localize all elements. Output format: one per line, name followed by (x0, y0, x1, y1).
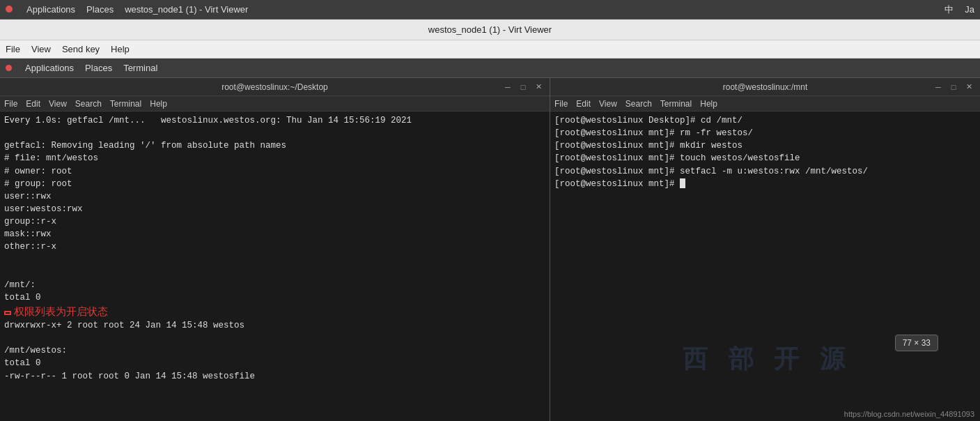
left-term-title-bar: root@westoslinux:~/Desktop ─ □ ✕ (0, 78, 550, 96)
left-line-blank2 (4, 332, 545, 344)
left-line-total: total 0 (4, 291, 545, 304)
right-line-4: [root@westoslinux mnt]# touch westos/wes… (554, 152, 976, 164)
inner-red-dot (6, 63, 14, 73)
right-line-1: [root@westoslinux Desktop]# cd /mnt/ (554, 114, 976, 127)
right-line-2: [root@westoslinux mnt]# rm -fr westos/ (554, 127, 976, 139)
left-line-10: mask::rwx (4, 228, 545, 240)
left-term-menu-edit[interactable]: Edit (26, 99, 40, 109)
annotation-text: 权限列表为开启状态 (14, 305, 108, 317)
left-line-2 (4, 127, 545, 139)
right-term-minimize[interactable]: ─ (933, 82, 944, 93)
right-term-menu-search[interactable]: Search (625, 99, 652, 109)
annotation-box (4, 311, 11, 315)
left-line-6: # group: root (4, 178, 545, 190)
left-term-minimize[interactable]: ─ (502, 82, 513, 93)
right-term-menu-edit[interactable]: Edit (576, 99, 591, 109)
system-red-dot (6, 4, 15, 15)
virt-menu-sendkey[interactable]: Send key (62, 44, 100, 54)
right-line-6: [root@westoslinux mnt]# (554, 178, 976, 190)
right-term-menu-terminal[interactable]: Terminal (660, 99, 692, 109)
left-line-5: # owner: root (4, 165, 545, 178)
right-term-menu-bar: File Edit View Search Terminal Help (550, 96, 980, 112)
left-term-menu-terminal[interactable]: Terminal (110, 99, 141, 109)
left-term-menu-search[interactable]: Search (75, 99, 102, 109)
right-line-3: [root@westoslinux mnt]# mkdir westos (554, 139, 976, 152)
inner-places[interactable]: Places (85, 63, 112, 73)
left-term-title: root@westoslinux:~/Desktop (47, 82, 502, 92)
right-term-close[interactable]: ✕ (963, 82, 974, 93)
system-applications[interactable]: Applications (26, 4, 75, 15)
left-term-close[interactable]: ✕ (533, 82, 544, 93)
left-line-mnt: /mnt/: (4, 279, 545, 291)
left-term-content[interactable]: Every 1.0s: getfacl /mnt... westoslinux.… (0, 112, 550, 421)
terminal-right: root@westoslinux:/mnt ─ □ ✕ File Edit Vi… (550, 78, 980, 421)
system-lang-ja: Ja (965, 4, 974, 15)
virt-menu-view[interactable]: View (31, 44, 51, 54)
left-line-total2: total 0 (4, 357, 545, 369)
system-bar: Applications Places westos_node1 (1) - V… (0, 0, 980, 20)
left-line-9: group::r-x (4, 215, 545, 228)
left-term-menu-file[interactable]: File (4, 99, 17, 109)
left-line-11: other::r-x (4, 240, 545, 253)
right-term-content[interactable]: [root@westoslinux Desktop]# cd /mnt/ [ro… (550, 112, 980, 421)
cursor (680, 178, 685, 188)
left-line-12 (4, 253, 545, 266)
virt-menu-file[interactable]: File (6, 44, 20, 54)
left-term-menu-view[interactable]: View (49, 99, 67, 109)
system-bar-left: Applications Places westos_node1 (1) - V… (6, 4, 248, 15)
left-term-maximize[interactable]: □ (518, 82, 529, 93)
left-line-1: Every 1.0s: getfacl /mnt... westoslinux.… (4, 114, 545, 127)
system-char-zh: 中 (944, 3, 954, 16)
system-places[interactable]: Places (86, 4, 114, 15)
virt-viewer-menu-bar: File View Send key Help (0, 40, 980, 59)
terminal-left: root@westoslinux:~/Desktop ─ □ ✕ File Ed… (0, 78, 550, 421)
size-indicator: 77 × 33 (895, 335, 938, 351)
left-line-8: user:westos:rwx (4, 203, 545, 215)
right-term-maximize[interactable]: □ (948, 82, 959, 93)
inner-applications[interactable]: Applications (25, 63, 74, 73)
left-line-drwx: 权限列表为开启状态 (4, 304, 545, 319)
system-viewer-title: westos_node1 (1) - Virt Viewer (125, 4, 248, 15)
terminals-container: root@westoslinux:~/Desktop ─ □ ✕ File Ed… (0, 78, 980, 421)
right-term-controls: ─ □ ✕ (933, 82, 974, 93)
left-line-drwx-val: drwxrwxr-x+ 2 root root 24 Jan 14 15:48 … (4, 319, 545, 332)
left-line-7: user::rwx (4, 190, 545, 203)
left-line-mnt-westos: /mnt/westos: (4, 344, 545, 357)
right-term-title: root@westoslinux:/mnt (598, 82, 933, 92)
system-bar-right: 中 Ja (944, 3, 974, 16)
left-line-13 (4, 266, 545, 279)
virt-menu-help[interactable]: Help (111, 44, 130, 54)
right-term-menu-help[interactable]: Help (700, 99, 717, 109)
virt-viewer-title-bar: westos_node1 (1) - Virt Viewer (0, 20, 980, 40)
left-line-westosfile: -rw-r--r-- 1 root root 0 Jan 14 15:48 we… (4, 370, 545, 383)
virt-viewer-title: westos_node1 (1) - Virt Viewer (428, 24, 552, 35)
left-term-menu-bar: File Edit View Search Terminal Help (0, 96, 550, 112)
left-line-4: # file: mnt/westos (4, 152, 545, 164)
left-term-controls: ─ □ ✕ (502, 82, 544, 93)
right-term-menu-file[interactable]: File (554, 99, 568, 109)
right-line-5: [root@westoslinux mnt]# setfacl -m u:wes… (554, 165, 976, 178)
left-term-menu-help[interactable]: Help (150, 99, 167, 109)
right-term-menu-view[interactable]: View (599, 99, 617, 109)
inner-terminal[interactable]: Terminal (123, 63, 157, 73)
inner-app-bar: Applications Places Terminal (0, 59, 980, 78)
watermark: 西 部 开 源 (683, 343, 848, 379)
right-term-title-bar: root@westoslinux:/mnt ─ □ ✕ (550, 78, 980, 96)
url-text: https://blog.csdn.net/weixin_44891093 (844, 410, 974, 418)
left-line-3: getfacl: Removing leading '/' from absol… (4, 139, 545, 152)
